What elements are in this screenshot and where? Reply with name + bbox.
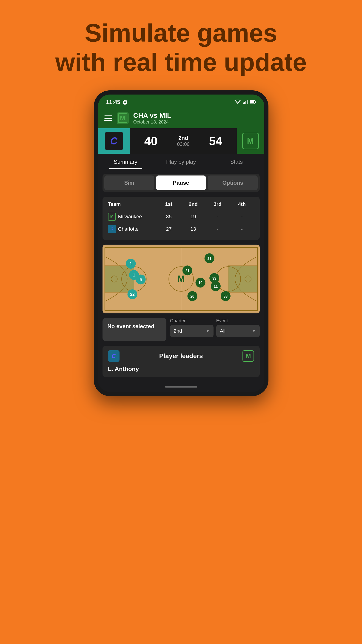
svg-text:10: 10 bbox=[198, 281, 203, 285]
wifi-icon bbox=[234, 100, 241, 105]
home-indicator bbox=[98, 382, 264, 392]
basketball-court: M bbox=[102, 244, 260, 314]
filter-row: Quarter 2nd ▼ Event All ▼ bbox=[170, 318, 260, 337]
status-bar: 11:45 bbox=[98, 94, 264, 108]
team-right-logo: M bbox=[237, 128, 264, 154]
header-info: CHA vs MIL October 18, 2024 bbox=[133, 112, 258, 125]
svg-text:33: 33 bbox=[223, 294, 228, 298]
no-event-box: No event selected bbox=[102, 318, 166, 341]
svg-text:21: 21 bbox=[207, 257, 211, 260]
app-header: M CHA vs MIL October 18, 2024 bbox=[98, 108, 264, 128]
home-bar bbox=[165, 386, 197, 388]
svg-rect-2 bbox=[245, 101, 246, 104]
charlotte-logo: C bbox=[105, 132, 123, 150]
svg-rect-0 bbox=[243, 102, 244, 104]
svg-rect-6 bbox=[255, 102, 256, 103]
hamburger-menu[interactable] bbox=[104, 116, 112, 121]
leaders-charlotte-logo: C bbox=[108, 350, 119, 362]
score-middle-info: 2nd 03:00 bbox=[177, 135, 190, 147]
player-name: L. Anthony bbox=[108, 366, 254, 372]
svg-rect-3 bbox=[247, 100, 248, 104]
table-header: Team 1st 2nd 3rd 4th bbox=[108, 201, 254, 210]
match-date: October 18, 2024 bbox=[133, 119, 258, 125]
score-center: 40 2nd 03:00 54 bbox=[130, 128, 237, 154]
home-score: 40 bbox=[144, 134, 158, 148]
phone-frame: 11:45 bbox=[94, 90, 269, 396]
team-cell-cha: C Charlotte bbox=[108, 225, 157, 233]
svg-rect-12 bbox=[105, 266, 134, 292]
svg-text:5: 5 bbox=[139, 278, 142, 282]
page-title-line1: Simulate games with real time update bbox=[0, 18, 362, 76]
tab-stats[interactable]: Stats bbox=[209, 154, 264, 169]
away-score: 54 bbox=[209, 134, 222, 148]
sim-button[interactable]: Sim bbox=[104, 176, 154, 190]
event-filter-section: No event selected Quarter 2nd ▼ Event bbox=[102, 318, 260, 341]
score-table: Team 1st 2nd 3rd 4th M Milwaukee 35 19 -… bbox=[102, 197, 260, 240]
milwaukee-logo: M bbox=[242, 133, 259, 149]
svg-text:1: 1 bbox=[133, 273, 135, 278]
court-svg: M bbox=[102, 244, 260, 314]
quarter-select[interactable]: 2nd ▼ bbox=[170, 325, 214, 337]
team-left-logo: C bbox=[98, 128, 130, 154]
status-time-area: 11:45 bbox=[106, 99, 128, 105]
svg-text:11: 11 bbox=[214, 284, 218, 288]
svg-rect-15 bbox=[228, 266, 257, 292]
options-button[interactable]: Options bbox=[208, 176, 258, 190]
phone-mockup: 11:45 bbox=[0, 90, 362, 396]
mil-badge: M bbox=[108, 213, 116, 220]
chevron-down-icon: ▼ bbox=[206, 329, 210, 334]
svg-text:22: 22 bbox=[130, 292, 135, 297]
player-leaders-section: C Player leaders M L. Anthony bbox=[102, 346, 260, 377]
event-select[interactable]: All ▼ bbox=[216, 325, 260, 337]
tab-play-by-play[interactable]: Play by play bbox=[153, 154, 209, 169]
svg-text:33: 33 bbox=[212, 276, 216, 280]
team-cell-mil: M Milwaukee bbox=[108, 213, 157, 220]
svg-rect-5 bbox=[250, 101, 254, 103]
tabs-bar: Summary Play by play Stats bbox=[98, 154, 264, 169]
event-value: All bbox=[220, 328, 226, 334]
page-header: Simulate games with real time update bbox=[0, 0, 362, 90]
leaders-title: Player leaders bbox=[159, 352, 203, 360]
quarter-value: 2nd bbox=[174, 328, 182, 334]
quarter-label: Quarter bbox=[170, 318, 214, 324]
event-filter-group: Event All ▼ bbox=[216, 318, 260, 337]
leaders-milwaukee-logo: M bbox=[243, 350, 254, 362]
gear-icon bbox=[122, 100, 128, 105]
no-event-text: No event selected bbox=[108, 323, 161, 330]
chevron-down-icon-2: ▼ bbox=[252, 329, 256, 334]
quarter-filter: Quarter 2nd ▼ bbox=[170, 318, 214, 337]
svg-rect-1 bbox=[244, 102, 245, 104]
status-time: 11:45 bbox=[106, 99, 120, 105]
pause-button[interactable]: Pause bbox=[156, 176, 206, 190]
signal-icon bbox=[243, 100, 248, 105]
tab-summary[interactable]: Summary bbox=[98, 154, 153, 169]
sim-controls: Sim Pause Options bbox=[102, 174, 260, 192]
event-label: Event bbox=[216, 318, 260, 324]
quarter-label: 2nd bbox=[177, 135, 190, 141]
status-icons bbox=[234, 100, 256, 105]
leaders-header: C Player leaders M bbox=[108, 350, 254, 362]
score-section: C 40 2nd 03:00 54 M bbox=[98, 128, 264, 154]
svg-text:1: 1 bbox=[130, 262, 132, 266]
table-row-milwaukee: M Milwaukee 35 19 - - bbox=[108, 210, 254, 223]
svg-text:20: 20 bbox=[190, 294, 194, 298]
cha-badge: C bbox=[108, 225, 116, 233]
game-time: 03:00 bbox=[177, 141, 190, 147]
svg-text:21: 21 bbox=[185, 269, 189, 273]
battery-icon bbox=[250, 100, 256, 104]
filters-box: Quarter 2nd ▼ Event All ▼ bbox=[170, 318, 260, 337]
phone-screen: 11:45 bbox=[98, 94, 264, 392]
matchup-title: CHA vs MIL bbox=[133, 112, 258, 119]
svg-text:M: M bbox=[177, 274, 185, 284]
table-row-charlotte: C Charlotte 27 13 - - bbox=[108, 223, 254, 235]
header-team-logo: M bbox=[117, 112, 129, 124]
